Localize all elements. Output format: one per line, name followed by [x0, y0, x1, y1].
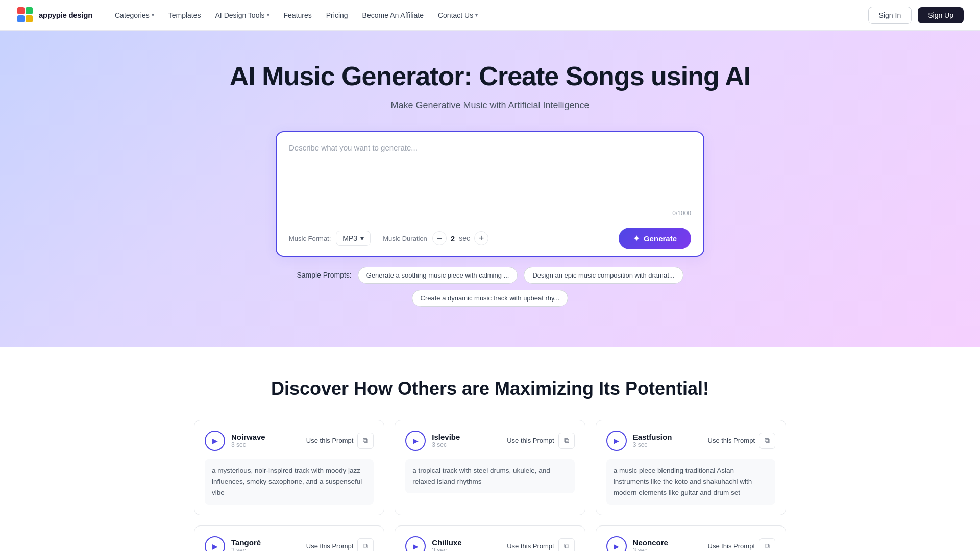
format-control: Music Format: MP3 ▾: [289, 231, 371, 246]
nav-pricing[interactable]: Pricing: [320, 7, 354, 23]
nav-contact-us[interactable]: Contact Us ▾: [432, 7, 484, 23]
chevron-down-icon: ▾: [360, 234, 364, 242]
card-play-info: ▶ Noirwave 3 sec: [205, 431, 265, 451]
sample-prompt-3[interactable]: Create a dynamic music track with upbeat…: [412, 290, 569, 307]
duration-control: Music Duration − 2 sec +: [383, 231, 488, 245]
brand-name: appypie design: [39, 11, 92, 19]
card-actions: Use this Prompt ⧉: [507, 538, 574, 551]
use-prompt-button-islevibe[interactable]: Use this Prompt: [507, 437, 554, 444]
generate-button[interactable]: ✦ Generate: [619, 228, 691, 249]
hero-section: AI Music Generator: Create Songs using A…: [0, 31, 980, 347]
sample-prompt-1[interactable]: Generate a soothing music piece with cal…: [358, 267, 518, 284]
track-info: Noirwave 3 sec: [231, 433, 265, 448]
chevron-down-icon: ▾: [475, 12, 478, 18]
nav-become-affiliate[interactable]: Become An Affiliate: [356, 7, 430, 23]
music-card-eastfusion: ▶ Eastfusion 3 sec Use this Prompt ⧉ a m…: [596, 420, 786, 515]
card-play-info: ▶ Tangoré 3 sec: [205, 536, 261, 551]
prompt-input[interactable]: [289, 142, 691, 204]
track-name: Eastfusion: [633, 433, 672, 441]
nav-features[interactable]: Features: [278, 7, 318, 23]
card-description: a tropical track with steel drums, ukule…: [405, 459, 574, 493]
cards-grid: ▶ Noirwave 3 sec Use this Prompt ⧉ a mys…: [194, 420, 786, 551]
music-card-neoncore: ▶ Neoncore 3 sec Use this Prompt ⧉: [596, 525, 786, 551]
card-header: ▶ Eastfusion 3 sec Use this Prompt ⧉: [606, 431, 775, 451]
generate-label: Generate: [644, 234, 677, 243]
music-card-islevibe: ▶ Islevibe 3 sec Use this Prompt ⧉ a tro…: [395, 420, 585, 515]
use-prompt-button-eastfusion[interactable]: Use this Prompt: [708, 437, 755, 444]
copy-button-tangore[interactable]: ⧉: [357, 538, 374, 551]
track-duration: 3 sec: [231, 547, 261, 551]
track-name: Chilluxe: [432, 538, 461, 547]
card-header: ▶ Noirwave 3 sec Use this Prompt ⧉: [205, 431, 374, 451]
svg-rect-4: [26, 15, 33, 22]
card-play-info: ▶ Islevibe 3 sec: [405, 431, 460, 451]
svg-rect-2: [26, 7, 33, 14]
svg-rect-3: [17, 15, 24, 22]
track-name: Neoncore: [633, 538, 668, 547]
nav-menu: Categories ▾ Templates AI Design Tools ▾…: [109, 7, 868, 23]
duration-decrease-button[interactable]: −: [432, 231, 447, 245]
copy-button-chilluxe[interactable]: ⧉: [558, 538, 575, 551]
card-actions: Use this Prompt ⧉: [306, 433, 374, 449]
play-button-tangore[interactable]: ▶: [205, 536, 225, 551]
card-play-info: ▶ Chilluxe 3 sec: [405, 536, 461, 551]
nav-ai-design-tools[interactable]: AI Design Tools ▾: [209, 7, 276, 23]
duration-value: 2: [451, 234, 455, 243]
generator-controls: Music Format: MP3 ▾ Music Duration − 2 s…: [277, 221, 703, 256]
play-button-neoncore[interactable]: ▶: [606, 536, 627, 551]
navbar-actions: Sign In Sign Up: [868, 7, 964, 24]
prompts-label: Sample Prompts:: [297, 271, 351, 279]
play-button-eastfusion[interactable]: ▶: [606, 431, 627, 451]
hero-title: AI Music Generator: Create Songs using A…: [16, 61, 964, 92]
sample-prompts: Sample Prompts: Generate a soothing musi…: [276, 267, 704, 307]
svg-rect-1: [17, 7, 24, 14]
card-play-info: ▶ Neoncore 3 sec: [606, 536, 668, 551]
duration-controls: − 2 sec +: [432, 231, 488, 245]
signup-button[interactable]: Sign Up: [918, 7, 964, 23]
generator-box: 0/1000 Music Format: MP3 ▾ Music Duratio…: [276, 131, 704, 257]
card-actions: Use this Prompt ⧉: [507, 433, 574, 449]
track-name: Islevibe: [432, 433, 460, 441]
hero-subtitle: Make Generative Music with Artificial In…: [16, 100, 964, 111]
track-duration: 3 sec: [231, 441, 265, 448]
play-button-chilluxe[interactable]: ▶: [405, 536, 426, 551]
music-card-chilluxe: ▶ Chilluxe 3 sec Use this Prompt ⧉: [395, 525, 585, 551]
music-card-tangore: ▶ Tangoré 3 sec Use this Prompt ⧉: [194, 525, 384, 551]
track-duration: 3 sec: [432, 441, 460, 448]
use-prompt-button-chilluxe[interactable]: Use this Prompt: [507, 542, 554, 550]
music-card-noirwave: ▶ Noirwave 3 sec Use this Prompt ⧉ a mys…: [194, 420, 384, 515]
brand-logo[interactable]: appypie design: [16, 6, 92, 24]
logo-icon: [16, 6, 35, 24]
card-actions: Use this Prompt ⧉: [708, 433, 775, 449]
card-description: a music piece blending traditional Asian…: [606, 459, 775, 505]
discover-section: Discover How Others are Maximizing Its P…: [0, 347, 980, 551]
track-duration: 3 sec: [633, 547, 668, 551]
card-actions: Use this Prompt ⧉: [708, 538, 775, 551]
play-button-islevibe[interactable]: ▶: [405, 431, 426, 451]
char-count: 0/1000: [277, 210, 703, 221]
card-header: ▶ Islevibe 3 sec Use this Prompt ⧉: [405, 431, 574, 451]
duration-unit: sec: [459, 234, 470, 242]
spark-icon: ✦: [633, 234, 640, 243]
nav-categories[interactable]: Categories ▾: [109, 7, 160, 23]
format-select[interactable]: MP3 ▾: [336, 231, 371, 246]
card-header: ▶ Tangoré 3 sec Use this Prompt ⧉: [205, 536, 374, 551]
use-prompt-button-tangore[interactable]: Use this Prompt: [306, 542, 353, 550]
copy-button-noirwave[interactable]: ⧉: [357, 433, 374, 449]
card-header: ▶ Chilluxe 3 sec Use this Prompt ⧉: [405, 536, 574, 551]
use-prompt-button-noirwave[interactable]: Use this Prompt: [306, 437, 353, 444]
play-button-noirwave[interactable]: ▶: [205, 431, 225, 451]
copy-button-islevibe[interactable]: ⧉: [558, 433, 575, 449]
card-header: ▶ Neoncore 3 sec Use this Prompt ⧉: [606, 536, 775, 551]
track-info: Tangoré 3 sec: [231, 538, 261, 551]
signin-button[interactable]: Sign In: [868, 7, 912, 24]
format-label: Music Format:: [289, 235, 331, 242]
copy-button-eastfusion[interactable]: ⧉: [759, 433, 775, 449]
duration-increase-button[interactable]: +: [474, 231, 488, 245]
use-prompt-button-neoncore[interactable]: Use this Prompt: [708, 542, 755, 550]
duration-label: Music Duration: [383, 235, 427, 242]
sample-prompt-2[interactable]: Design an epic music composition with dr…: [524, 267, 683, 284]
nav-templates[interactable]: Templates: [162, 7, 207, 23]
copy-button-neoncore[interactable]: ⧉: [759, 538, 775, 551]
track-name: Tangoré: [231, 538, 261, 547]
